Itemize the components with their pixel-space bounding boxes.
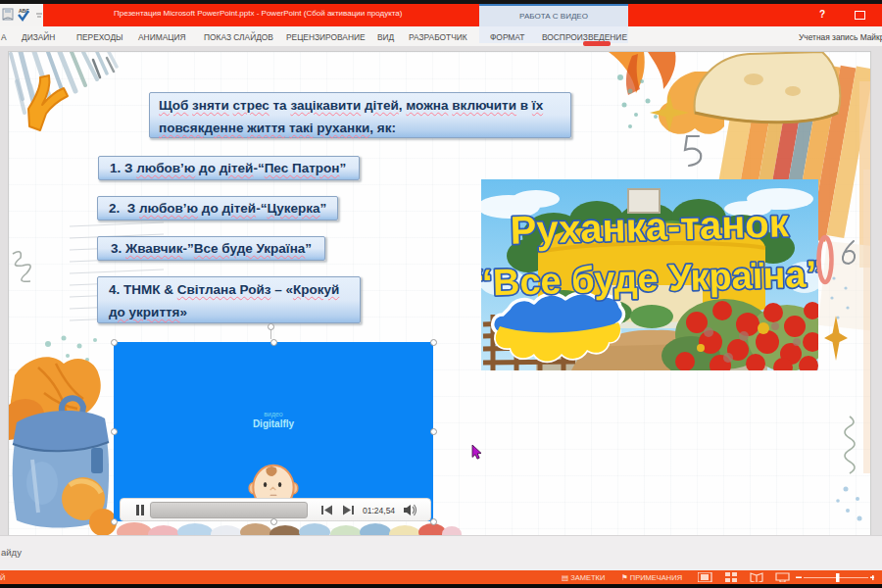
svg-text:Руханка-танок: Руханка-танок xyxy=(510,201,790,251)
